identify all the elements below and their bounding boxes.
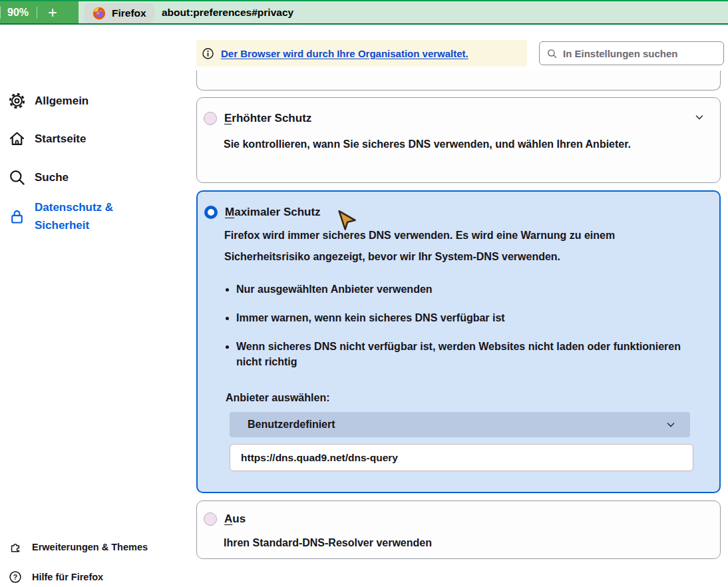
previous-option-card-edge bbox=[196, 71, 721, 91]
option-header[interactable]: Erhöhter Schutz bbox=[204, 112, 704, 125]
chevron-down-icon[interactable] bbox=[693, 111, 705, 123]
zoom-level-badge[interactable]: 90% bbox=[1, 7, 37, 19]
provider-select-label: Anbieter auswählen: bbox=[226, 392, 719, 404]
sidebar-item-datenschutz[interactable]: Datenschutz & Sicherheit bbox=[8, 198, 154, 234]
dns-option-aus[interactable]: Aus Ihren Standard-DNS-Resolver verwende… bbox=[196, 500, 721, 559]
managed-browser-link[interactable]: Der Browser wird durch Ihre Organisation… bbox=[221, 48, 468, 59]
question-icon: ? bbox=[9, 570, 22, 584]
home-icon bbox=[8, 130, 26, 148]
dns-option-erhoehter-schutz[interactable]: Erhöhter Schutz Sie kontrollieren, wann … bbox=[196, 97, 721, 183]
puzzle-icon bbox=[9, 540, 22, 554]
bullet-item: Nur ausgewählten Anbieter verwenden bbox=[236, 282, 695, 297]
new-tab-button[interactable]: + bbox=[37, 3, 68, 23]
tab-label: Firefox bbox=[112, 7, 146, 19]
option-description: Firefox wird immer sicheres DNS verwende… bbox=[224, 225, 695, 268]
sidebar-item-erweiterungen[interactable]: Erweiterungen & Themes bbox=[9, 540, 148, 554]
radio-aus[interactable] bbox=[204, 512, 217, 526]
bullet-item: Wenn sicheres DNS nicht verfügbar ist, w… bbox=[236, 339, 695, 369]
toolbar-left-section: 90% + bbox=[0, 1, 79, 23]
sidebar-item-startseite[interactable]: Startseite bbox=[8, 130, 86, 148]
search-icon bbox=[546, 48, 558, 59]
custom-dns-url-input[interactable] bbox=[230, 444, 693, 471]
provider-selected-value: Benutzerdefiniert bbox=[248, 419, 335, 431]
chevron-down-icon bbox=[665, 419, 677, 431]
dns-option-maximaler-schutz[interactable]: Maximaler Schutz Firefox wird immer sich… bbox=[196, 190, 721, 493]
option-header[interactable]: Aus bbox=[204, 512, 704, 526]
bullet-item: Immer warnen, wenn kein sicheres DNS ver… bbox=[236, 310, 695, 325]
sidebar-item-suche[interactable]: Suche bbox=[8, 168, 69, 186]
radio-erhoehter-schutz[interactable] bbox=[204, 112, 217, 125]
sidebar-item-hilfe[interactable]: ? Hilfe für Firefox bbox=[9, 570, 103, 584]
sidebar-item-label: Erweiterungen & Themes bbox=[32, 542, 148, 552]
info-icon bbox=[202, 47, 214, 60]
option-title: Maximaler Schutz bbox=[225, 206, 321, 219]
radio-maximaler-schutz[interactable] bbox=[204, 206, 218, 219]
option-title: Erhöhter Schutz bbox=[224, 112, 311, 125]
option-description: Ihren Standard-DNS-Resolver verwenden bbox=[224, 535, 704, 551]
option-title: Aus bbox=[224, 512, 246, 526]
provider-select-dropdown[interactable]: Benutzerdefiniert bbox=[230, 412, 690, 437]
sidebar-item-label: Hilfe für Firefox bbox=[32, 572, 103, 582]
search-input[interactable] bbox=[563, 48, 717, 59]
option-bullet-list: Nur ausgewählten Anbieter verwenden Imme… bbox=[236, 282, 695, 369]
sidebar-item-allgemein[interactable]: Allgemein bbox=[8, 92, 89, 110]
firefox-logo-icon bbox=[92, 6, 106, 21]
sidebar-item-label: Allgemein bbox=[35, 95, 89, 108]
url-bar[interactable]: about:preferences#privacy bbox=[162, 1, 293, 23]
option-header[interactable]: Maximaler Schutz bbox=[204, 206, 703, 219]
managed-browser-notification: Der Browser wird durch Ihre Organisation… bbox=[196, 40, 527, 67]
search-icon bbox=[8, 168, 26, 186]
option-description: Sie kontrollieren, wann Sie sicheres DNS… bbox=[224, 134, 653, 155]
browser-tab[interactable]: Firefox bbox=[84, 3, 154, 23]
settings-search-box[interactable] bbox=[539, 41, 724, 65]
sidebar-item-label: Datenschutz & Sicherheit bbox=[35, 198, 154, 234]
lock-icon bbox=[8, 208, 26, 226]
recording-toolbar: 90% + Firefox about:preferences#privacy bbox=[0, 0, 728, 25]
svg-text:?: ? bbox=[13, 574, 17, 581]
sidebar-item-label: Suche bbox=[35, 171, 69, 184]
gear-icon bbox=[8, 92, 26, 110]
sidebar-item-label: Startseite bbox=[35, 132, 86, 146]
